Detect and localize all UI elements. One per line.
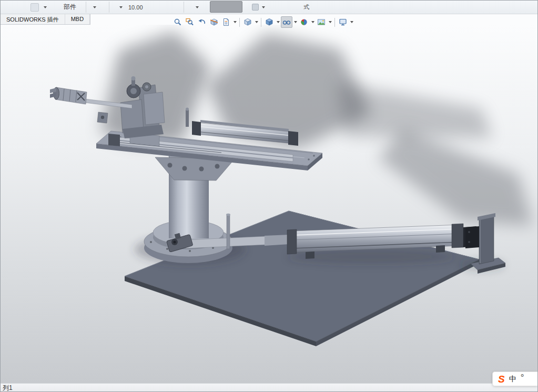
zoom-to-area-icon[interactable] [184, 16, 196, 28]
toolbar-separator [239, 18, 240, 27]
value-label: 10.00 [128, 4, 143, 11]
dropdown-caret-icon[interactable] [349, 16, 354, 28]
ribbon-strip: 部件 10.00 式 [1, 1, 537, 14]
chuck-coupling[interactable] [50, 87, 87, 104]
model-3d-view[interactable] [1, 25, 538, 383]
dropdown-caret-icon[interactable] [328, 16, 332, 28]
guide-pin[interactable] [226, 214, 230, 249]
edit-appearance-icon[interactable] [298, 16, 310, 28]
apply-scene-icon[interactable] [316, 16, 327, 28]
dropdown-button[interactable] [196, 1, 199, 14]
dropdown-button[interactable] [262, 1, 265, 14]
zoom-to-fit-icon[interactable] [172, 16, 184, 28]
dropdown-caret-icon[interactable] [232, 16, 237, 28]
command-tabs: SOLIDWORKS 插件 MBD [1, 14, 90, 25]
background-shadows [100, 31, 533, 226]
annotation-view-icon[interactable] [220, 16, 232, 28]
ribbon-separator [86, 2, 86, 13]
ime-language-mode[interactable]: 中 [509, 375, 516, 383]
ribbon-separator [184, 2, 184, 13]
dropdown-caret-icon[interactable] [310, 16, 315, 28]
status-bar: 列1 [1, 383, 537, 392]
section-view-icon[interactable] [208, 16, 220, 28]
hide-show-items-icon[interactable] [281, 16, 292, 28]
view-orientation-icon[interactable] [242, 16, 253, 28]
ime-toolbar[interactable]: S 中 ° [492, 371, 537, 386]
dropdown-button[interactable] [93, 1, 96, 14]
dropdown-caret-icon [93, 6, 96, 8]
platform-pin[interactable] [186, 108, 189, 127]
dropdown-caret-icon [44, 6, 47, 8]
dropdown-button[interactable] [44, 1, 47, 14]
tab-solidworks-addins[interactable]: SOLIDWORKS 插件 [1, 14, 65, 24]
dropdown-caret-icon[interactable] [254, 16, 259, 28]
status-left-text: 列1 [3, 384, 13, 392]
dropdown-caret-icon [196, 6, 199, 8]
mode-label: 式 [303, 3, 309, 11]
dropdown-caret-icon[interactable] [293, 16, 298, 28]
graphics-area[interactable] [1, 25, 538, 383]
display-style-icon[interactable] [263, 16, 275, 28]
view-settings-icon[interactable] [337, 16, 349, 28]
sogou-logo-icon[interactable]: S [498, 374, 505, 384]
dropdown-button[interactable] [119, 1, 123, 14]
solidworks-window: 部件 10.00 式 SOLIDWORKS 插件 MBD [0, 0, 538, 392]
previous-view-icon[interactable] [196, 16, 208, 28]
dropdown-caret-icon[interactable] [276, 16, 280, 28]
ribbon-separator [109, 2, 109, 13]
mode-button[interactable]: 式 [303, 1, 309, 14]
tool-icon [252, 4, 259, 11]
tab-mbd[interactable]: MBD [65, 14, 90, 24]
headsup-toolbar [172, 16, 354, 28]
ime-punctuation-icon[interactable]: ° [521, 373, 524, 382]
component-label: 部件 [64, 3, 76, 12]
dropdown-caret-icon [262, 6, 265, 8]
dropdown-caret-icon [119, 6, 123, 8]
component-button[interactable]: 部件 [64, 1, 76, 14]
pressed-tool-button[interactable] [210, 1, 242, 13]
value-field[interactable]: 10.00 [128, 1, 143, 14]
ribbon-tool-button[interactable] [31, 1, 39, 14]
tool-icon [31, 3, 39, 12]
toolbar-separator [334, 18, 335, 27]
toolbar-separator [261, 18, 261, 27]
ribbon-tool-button[interactable] [252, 1, 259, 14]
